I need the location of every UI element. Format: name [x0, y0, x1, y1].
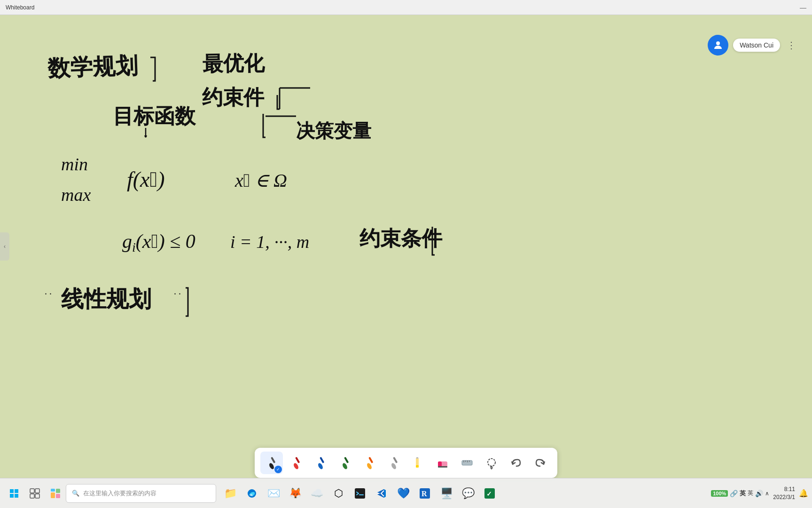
- svg-rect-21: [320, 457, 324, 463]
- svg-text:目标函数: 目标函数: [113, 105, 196, 128]
- app8-icon[interactable]: 💙: [393, 483, 414, 504]
- titlebar: Whiteboard —: [0, 0, 812, 15]
- highlighter-tool[interactable]: [407, 452, 429, 474]
- svg-text:✓: ✓: [486, 491, 492, 498]
- titlebar-title: Whiteboard: [6, 4, 34, 11]
- cloud-icon[interactable]: ☁️: [306, 483, 327, 504]
- svg-rect-41: [15, 489, 18, 493]
- svg-rect-23: [344, 457, 349, 463]
- task-view-button[interactable]: [24, 483, 45, 504]
- eraser-tool[interactable]: [431, 452, 454, 474]
- pen-blue-tool[interactable]: [309, 452, 332, 474]
- taskbar: 🔍 在这里输入你要搜索的内容 📁 ✉️ 🦊 ☁️ ⬡: [0, 478, 812, 508]
- svg-text:数学规划: 数学规划: [47, 53, 139, 81]
- chevron-up-icon[interactable]: ∧: [765, 490, 769, 497]
- svg-rect-44: [30, 489, 34, 493]
- svg-rect-17: [271, 457, 275, 463]
- svg-rect-53: [355, 488, 365, 499]
- notification-bell[interactable]: 🔔: [799, 489, 808, 498]
- svg-text:约束件: 约束件: [202, 86, 265, 109]
- svg-rect-47: [35, 494, 39, 498]
- volume-icon[interactable]: 🔊: [755, 490, 763, 497]
- mail-icon[interactable]: ✉️: [263, 483, 284, 504]
- minimize-button[interactable]: —: [800, 4, 806, 11]
- svg-rect-19: [295, 457, 300, 463]
- pen-yellow-tool[interactable]: [358, 452, 381, 474]
- r-icon[interactable]: R: [414, 483, 435, 504]
- svg-rect-51: [56, 494, 60, 498]
- ruler-tool[interactable]: [456, 452, 478, 474]
- undo-button[interactable]: [505, 452, 527, 474]
- svg-point-16: [268, 462, 275, 470]
- svg-text:· ·: · ·: [174, 289, 181, 299]
- svg-text:x⃗ ∈ Ω: x⃗ ∈ Ω: [234, 170, 287, 191]
- lasso-tool[interactable]: [480, 452, 503, 474]
- svg-rect-43: [15, 494, 18, 498]
- svg-text:min: min: [61, 154, 88, 174]
- svg-text:max: max: [61, 185, 91, 205]
- edge-icon[interactable]: [242, 483, 262, 504]
- file-explorer-icon[interactable]: 📁: [220, 483, 241, 504]
- clock-time: 8:11: [773, 485, 795, 493]
- more-options-button[interactable]: ⋮: [785, 39, 798, 52]
- system-tray: 100% 🔗 英 英 🔊 ∧ 8:11 2022/3/1 🔔: [711, 485, 808, 501]
- app10-icon[interactable]: 💬: [458, 483, 478, 504]
- svg-text:· ·: · ·: [45, 289, 52, 299]
- user-area: Watson Cui ⋮: [708, 35, 798, 56]
- svg-rect-49: [56, 489, 60, 493]
- svg-rect-40: [10, 489, 14, 493]
- svg-point-26: [390, 462, 397, 470]
- svg-point-39: [488, 459, 495, 466]
- svg-rect-42: [10, 494, 14, 498]
- svg-rect-48: [51, 489, 55, 492]
- svg-rect-46: [30, 494, 34, 498]
- firefox-icon[interactable]: 🦊: [285, 483, 305, 504]
- svg-point-24: [366, 462, 373, 470]
- pen-light-tool[interactable]: [383, 452, 405, 474]
- pen-red-tool[interactable]: [285, 452, 307, 474]
- user-name-badge[interactable]: Watson Cui: [733, 39, 780, 52]
- svg-text:约束条件: 约束条件: [359, 227, 443, 250]
- user-avatar[interactable]: [708, 35, 728, 56]
- taskbar-icons: 📁 ✉️ 🦊 ☁️ ⬡ 💙: [220, 483, 500, 504]
- svg-rect-30: [416, 457, 418, 459]
- widgets-button[interactable]: [45, 483, 66, 504]
- language-indicator[interactable]: 英: [740, 489, 746, 498]
- svg-text:决策变量: 决策变量: [296, 120, 372, 142]
- clock[interactable]: 8:11 2022/3/1: [773, 485, 795, 501]
- svg-rect-29: [416, 465, 419, 468]
- sidebar-toggle[interactable]: ‹: [0, 232, 9, 261]
- active-checkmark: ✓: [274, 466, 282, 473]
- svg-point-20: [317, 462, 324, 470]
- svg-rect-45: [35, 489, 39, 493]
- drawing-toolbar: ✓: [255, 448, 557, 478]
- handwriting-svg: 数学规划 最优化 约束件 目标函数 决策变量 min max: [0, 15, 812, 478]
- clock-date: 2022/3/1: [773, 493, 795, 501]
- redo-button[interactable]: [529, 452, 552, 474]
- system-tray-icons: 100% 🔗 英 英 🔊 ∧: [711, 489, 769, 498]
- start-button[interactable]: [4, 483, 24, 504]
- vscode-icon[interactable]: [371, 483, 392, 504]
- app11-icon[interactable]: ✓: [479, 483, 500, 504]
- network-icon[interactable]: 🔗: [730, 490, 738, 497]
- svg-text:i = 1, ···, m: i = 1, ···, m: [230, 232, 309, 252]
- ime-indicator[interactable]: 英: [748, 489, 753, 497]
- svg-rect-34: [462, 460, 472, 465]
- svg-text:f(x⃗): f(x⃗): [127, 167, 165, 191]
- pen-black-tool[interactable]: ✓: [260, 452, 283, 474]
- svg-point-15: [716, 41, 720, 45]
- taskbar-search[interactable]: 🔍 在这里输入你要搜索的内容: [66, 484, 216, 503]
- svg-text:gi(x⃗) ≤ 0: gi(x⃗) ≤ 0: [122, 230, 195, 254]
- terminal-icon[interactable]: [350, 483, 370, 504]
- svg-point-22: [342, 462, 348, 470]
- svg-rect-25: [368, 457, 373, 463]
- svg-point-18: [293, 462, 299, 470]
- search-placeholder: 在这里输入你要搜索的内容: [83, 489, 156, 498]
- zoom-badge: 100%: [711, 490, 728, 497]
- app9-icon[interactable]: 🖥️: [436, 483, 457, 504]
- svg-rect-33: [438, 466, 447, 468]
- pen-green-tool[interactable]: [334, 452, 356, 474]
- app5-icon[interactable]: ⬡: [328, 483, 349, 504]
- svg-rect-50: [51, 492, 55, 498]
- whiteboard-canvas[interactable]: 数学规划 最优化 约束件 目标函数 决策变量 min max: [0, 15, 812, 478]
